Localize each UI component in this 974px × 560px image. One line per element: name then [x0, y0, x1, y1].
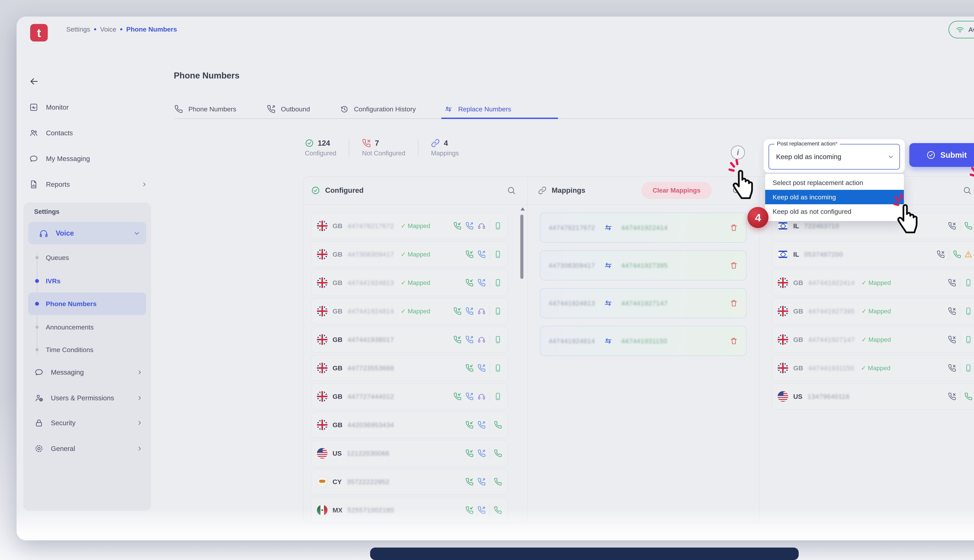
mobile-icon[interactable] — [964, 335, 972, 344]
delete-mapping-icon[interactable] — [730, 261, 738, 270]
sidebar-item-voice[interactable]: Voice — [28, 222, 146, 244]
phone-number-row[interactable]: GB 447441931150 Mapped — [772, 355, 974, 381]
mobile-icon[interactable] — [494, 335, 502, 344]
phone-number-row[interactable]: GB 447441924813 Mapped — [311, 270, 508, 296]
phone-incoming-icon[interactable] — [465, 449, 474, 457]
phone-number-row[interactable]: GB 447441922414 Mapped — [772, 270, 974, 296]
sidebar-item-messaging[interactable]: Messaging — [28, 362, 146, 383]
mobile-icon[interactable] — [964, 364, 972, 372]
sidebar-item-contacts[interactable]: Contacts — [25, 122, 152, 144]
phone-number-row[interactable]: GB 442036953434 Mapped — [311, 412, 508, 438]
phone-outgoing-icon[interactable] — [477, 478, 485, 486]
mobile-icon[interactable] — [494, 278, 502, 287]
phone-outgoing-icon[interactable] — [465, 222, 474, 230]
phone-number-row[interactable]: US 12122030066 Mapped — [311, 440, 508, 467]
phone-x-icon[interactable] — [948, 335, 956, 344]
breadcrumb-settings[interactable]: Settings — [66, 25, 90, 33]
phone-outgoing-icon[interactable] — [477, 449, 485, 457]
headset-icon[interactable] — [477, 392, 485, 400]
mobile-icon[interactable] — [964, 307, 972, 315]
delete-mapping-icon[interactable] — [730, 223, 738, 232]
phone-icon[interactable] — [964, 392, 972, 400]
mobile-icon[interactable] — [494, 392, 502, 400]
mobile-icon[interactable] — [494, 307, 502, 315]
sidebar-item-security[interactable]: Security — [28, 412, 146, 433]
mobile-icon[interactable] — [494, 222, 502, 230]
select-option[interactable]: Select post replacement action — [765, 175, 904, 190]
sidebar-item-time-conditions[interactable]: Time Conditions — [23, 340, 151, 360]
phone-number-row[interactable]: GB 447441927147 Mapped — [772, 326, 974, 353]
phone-x-icon[interactable] — [948, 392, 956, 400]
phone-outgoing-icon[interactable] — [477, 421, 485, 429]
sidebar-item-reports[interactable]: Reports — [25, 174, 152, 195]
select-option[interactable]: Keep old as incoming — [765, 190, 904, 204]
sidebar-item-general[interactable]: General — [28, 438, 146, 459]
sidebar-item-ivrs[interactable]: IVRs — [23, 271, 151, 291]
submit-button[interactable]: Submit — [909, 143, 974, 167]
sidebar-item-users-permissions[interactable]: Users & Permissions — [28, 387, 146, 409]
phone-number-row[interactable]: CY 35722222952 Mapped — [311, 468, 508, 495]
phone-outgoing-icon[interactable] — [477, 278, 485, 287]
clear-mappings-button[interactable]: Clear Mappings — [641, 182, 712, 199]
phone-incoming-icon[interactable] — [465, 364, 474, 372]
phone-outgoing-icon[interactable] — [465, 335, 474, 344]
phone-incoming-icon[interactable] — [453, 392, 462, 400]
mapping-row[interactable]: 447441924814 447441931150 — [540, 326, 747, 356]
sidebar-item-queues[interactable]: Queues — [23, 248, 151, 267]
phone-x-icon[interactable] — [937, 250, 945, 258]
breadcrumb-voice[interactable]: Voice — [100, 25, 116, 33]
tab-phone-numbers[interactable]: Phone Numbers — [174, 100, 236, 118]
warning-icon[interactable] — [964, 250, 972, 258]
headset-icon[interactable] — [477, 222, 485, 230]
phone-outgoing-icon[interactable] — [477, 250, 485, 258]
tab-replace-numbers[interactable]: Replace Numbers — [444, 100, 511, 118]
sidebar-item-phone-numbers[interactable]: Phone Numbers — [23, 294, 151, 313]
delete-mapping-icon[interactable] — [730, 299, 738, 307]
sidebar-item-monitor[interactable]: Monitor — [25, 97, 152, 118]
phone-outgoing-icon[interactable] — [465, 392, 474, 400]
mapping-row[interactable]: 447308309417 447441927395 — [540, 250, 747, 280]
phone-number-row[interactable]: GB 447441927395 Mapped — [772, 298, 974, 324]
brand-logo[interactable]: t — [30, 24, 48, 42]
phone-incoming-icon[interactable] — [453, 222, 462, 230]
search-icon[interactable] — [507, 186, 516, 195]
mobile-icon[interactable] — [964, 278, 972, 287]
sidebar-item-my-messaging[interactable]: My Messaging — [25, 148, 152, 169]
phone-incoming-icon[interactable] — [465, 250, 474, 258]
phone-incoming-icon[interactable] — [465, 478, 474, 486]
back-button[interactable] — [28, 76, 40, 87]
breadcrumb-phone-numbers[interactable]: Phone Numbers — [126, 25, 177, 33]
headset-icon[interactable] — [477, 335, 485, 344]
phone-x-icon[interactable] — [948, 307, 956, 315]
tab-configuration-history[interactable]: Configuration History — [340, 100, 416, 118]
phone-number-row[interactable]: GB 447723553668 Mapped — [311, 355, 508, 381]
mobile-icon[interactable] — [494, 364, 502, 372]
info-icon[interactable]: i — [731, 145, 745, 160]
phone-outgoing-icon[interactable] — [477, 364, 485, 372]
phone-outgoing-icon[interactable] — [465, 307, 474, 315]
phone-x-icon[interactable] — [948, 222, 956, 230]
mapping-row[interactable]: 447478217672 447441922414 — [540, 213, 747, 243]
post-replacement-select[interactable]: Post replacement action* Keep old as inc… — [769, 144, 900, 170]
availability-pill[interactable]: Available 02:00:44 — [949, 21, 974, 38]
phone-icon[interactable] — [953, 250, 961, 258]
phone-icon[interactable] — [964, 222, 972, 230]
phone-number-row[interactable]: GB 447441938017 Mapped — [311, 326, 508, 353]
phone-incoming-icon[interactable] — [465, 421, 474, 429]
delete-mapping-icon[interactable] — [730, 337, 738, 345]
phone-icon[interactable] — [494, 478, 502, 486]
sidebar-item-announcements[interactable]: Announcements — [23, 317, 151, 337]
phone-number-row[interactable]: US 13479640116 Mapped — [772, 383, 974, 410]
phone-icon[interactable] — [494, 449, 502, 457]
tab-outbound[interactable]: Outbound — [267, 100, 310, 118]
phone-x-icon[interactable] — [948, 278, 956, 287]
phone-x-icon[interactable] — [948, 364, 956, 372]
phone-number-row[interactable]: GB 447727444012 Mapped — [311, 383, 508, 410]
mobile-icon[interactable] — [494, 250, 502, 258]
scrollbar-up-arrow[interactable] — [520, 207, 525, 210]
phone-incoming-icon[interactable] — [465, 278, 474, 287]
phone-icon[interactable] — [494, 421, 502, 429]
mapping-row[interactable]: 447441924813 447441927147 — [540, 288, 747, 318]
phone-number-row[interactable]: GB 447308309417 Mapped — [311, 241, 508, 268]
phone-number-row[interactable]: IL 0537487200 Mapped — [772, 241, 974, 268]
